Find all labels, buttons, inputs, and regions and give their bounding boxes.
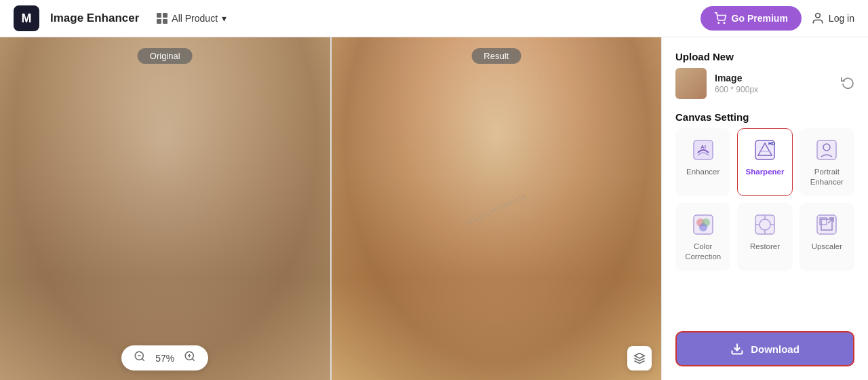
image-info: Image 600 * 900px (675, 68, 758, 99)
download-section: Download (675, 331, 854, 366)
canvas-setting-title: Canvas Setting (675, 111, 854, 123)
original-panel: Original 57% (0, 37, 330, 380)
portrait-enhancer-label: Portrait Enhancer (806, 167, 848, 187)
svg-point-20 (699, 223, 707, 231)
canvas-options-grid: AI Enhancer HD (675, 128, 854, 271)
svg-point-2 (816, 14, 821, 18)
svg-rect-15 (817, 140, 836, 159)
upload-new-area: Image 600 * 900px (675, 68, 854, 99)
svg-line-7 (193, 358, 195, 360)
upload-new-title: Upload New (675, 51, 854, 62)
enhancer-label: Enhancer (686, 167, 719, 177)
logo-icon: M (14, 5, 39, 31)
all-product-button[interactable]: All Product ▾ (150, 9, 233, 28)
main-content: Original 57% (0, 37, 868, 380)
portrait-enhancer-icon (814, 137, 840, 163)
svg-marker-10 (635, 354, 645, 359)
download-button[interactable]: Download (675, 331, 854, 366)
upscaler-label: Upscaler (812, 242, 842, 252)
canvas-area: Original 57% (0, 37, 661, 380)
svg-text:AI: AI (701, 144, 706, 150)
svg-point-0 (718, 22, 719, 24)
image-name: Image (715, 73, 758, 83)
result-label: Result (471, 48, 521, 64)
refresh-button[interactable] (841, 75, 854, 92)
app-title: Image Enhancer (50, 12, 139, 25)
svg-text:HD: HD (768, 141, 775, 146)
option-enhancer[interactable]: AI Enhancer (675, 128, 730, 196)
sharpener-label: Sharpener (746, 167, 785, 177)
option-color-correction[interactable]: Color Correction (675, 203, 730, 271)
original-image (0, 37, 330, 380)
watermark: MagicMoments (465, 191, 528, 227)
svg-line-4 (142, 358, 144, 360)
download-icon (730, 342, 744, 356)
result-image: MagicMoments (332, 37, 662, 380)
option-sharpener[interactable]: HD Sharpener (737, 128, 792, 196)
result-action-button[interactable] (627, 346, 652, 370)
cart-icon (714, 12, 726, 24)
color-correction-icon (690, 212, 716, 238)
zoom-bar: 57% (121, 345, 208, 370)
enhancer-icon: AI (690, 137, 716, 163)
image-meta: Image 600 * 900px (715, 73, 758, 94)
header: M Image Enhancer All Product ▾ Go Premiu… (0, 0, 868, 37)
sharpener-icon: HD (752, 137, 778, 163)
option-upscaler[interactable]: Upscaler (800, 203, 854, 271)
header-left: M Image Enhancer All Product ▾ (14, 5, 233, 31)
go-premium-button[interactable]: Go Premium (701, 6, 802, 31)
image-size: 600 * 900px (715, 85, 758, 94)
color-correction-label: Color Correction (682, 242, 724, 262)
restorer-icon (752, 212, 778, 238)
grid-icon (157, 13, 167, 24)
image-thumbnail (675, 68, 707, 99)
canvas-setting-section: Canvas Setting AI Enhancer (675, 111, 854, 271)
upscaler-icon (814, 212, 840, 238)
option-restorer[interactable]: Restorer (737, 203, 792, 271)
user-icon (811, 12, 825, 25)
option-portrait-enhancer[interactable]: Portrait Enhancer (800, 128, 854, 196)
zoom-out-button[interactable] (134, 350, 146, 366)
header-right: Go Premium Log in (701, 6, 854, 31)
restorer-label: Restorer (750, 242, 780, 252)
svg-point-1 (724, 22, 725, 24)
zoom-level: 57% (155, 353, 174, 364)
zoom-in-button[interactable] (184, 350, 196, 366)
login-button[interactable]: Log in (811, 12, 854, 25)
upload-new-section: Upload New Image 600 * 900px (675, 51, 854, 99)
result-panel: Result MagicMoments (330, 37, 662, 380)
sidebar: Upload New Image 600 * 900px (661, 37, 868, 380)
original-label: Original (138, 48, 193, 64)
layers-icon (633, 352, 646, 364)
